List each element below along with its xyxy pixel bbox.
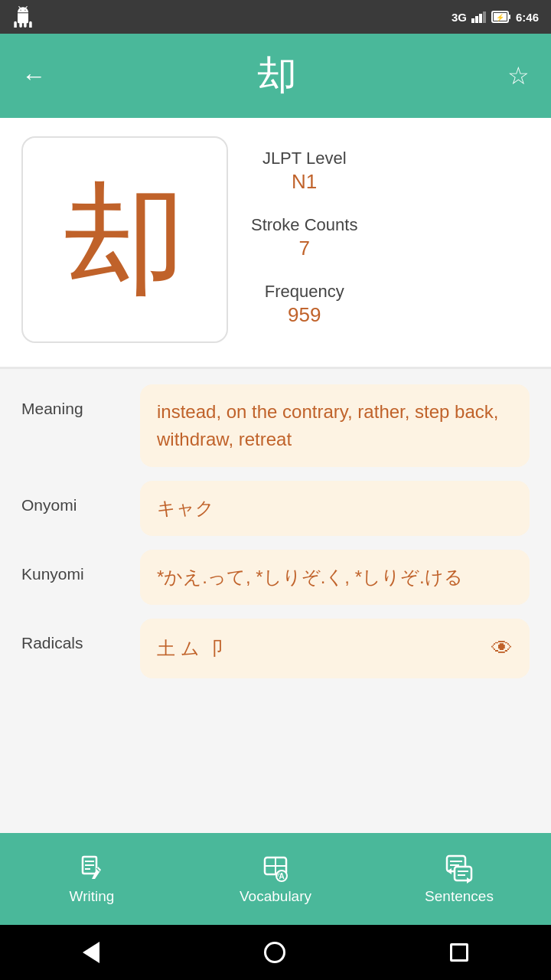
radicals-value: 土 ム 卩 — [157, 635, 223, 662]
nav-item-writing[interactable]: Writing — [0, 853, 184, 905]
radicals-row: Radicals 土 ム 卩 👁 — [21, 619, 530, 678]
kanji-title: 却 — [257, 49, 297, 103]
home-nav-button[interactable] — [264, 942, 285, 963]
meaning-value: instead, on the contrary, rather, step b… — [140, 384, 530, 467]
svg-text:あ: あ — [276, 871, 282, 877]
main-content: 却 JLPT Level N1 Stroke Counts 7 Frequenc… — [0, 118, 551, 833]
svg-rect-1 — [475, 16, 478, 23]
svg-rect-2 — [479, 14, 482, 23]
status-bar-right: 3G ⚡ 6:46 — [452, 11, 539, 24]
svg-rect-0 — [471, 18, 474, 23]
meaning-row: Meaning instead, on the contrary, rather… — [21, 384, 530, 467]
recent-nav-button[interactable] — [450, 943, 468, 962]
stroke-stat: Stroke Counts 7 — [251, 215, 357, 260]
writing-icon — [77, 853, 107, 884]
frequency-value: 959 — [251, 303, 357, 327]
vocabulary-icon: A あ — [260, 853, 291, 884]
onyomi-row: Onyomi キャク — [21, 481, 530, 536]
details-section: Meaning instead, on the contrary, rather… — [0, 369, 551, 833]
app-bar: ← 却 ☆ — [0, 34, 551, 118]
kanji-info-section: 却 JLPT Level N1 Stroke Counts 7 Frequenc… — [0, 118, 551, 367]
svg-rect-6 — [509, 15, 510, 19]
frequency-label: Frequency — [251, 282, 357, 302]
bookmark-button[interactable]: ☆ — [507, 61, 530, 90]
kanji-character-display: 却 — [64, 178, 186, 301]
svg-rect-3 — [483, 11, 486, 23]
vocabulary-nav-label: Vocabulary — [240, 888, 311, 905]
battery-icon: ⚡ — [491, 11, 511, 23]
kunyomi-value: *かえ.って, *しりぞ.く, *しりぞ.ける — [140, 550, 530, 605]
stroke-value: 7 — [251, 237, 357, 260]
status-bar-left — [12, 6, 34, 28]
time-display: 6:46 — [516, 11, 539, 24]
nav-item-vocabulary[interactable]: A あ Vocabulary — [184, 853, 367, 905]
radicals-value-box: 土 ム 卩 👁 — [140, 619, 530, 678]
svg-text:⚡: ⚡ — [495, 13, 504, 22]
status-bar: 3G ⚡ 6:46 — [0, 0, 551, 34]
radicals-label: Radicals — [21, 619, 140, 652]
sentences-nav-label: Sentences — [425, 888, 494, 905]
sentences-icon — [444, 853, 474, 884]
back-triangle-icon — [83, 942, 99, 963]
jlpt-stat: JLPT Level N1 — [251, 149, 357, 194]
home-circle-icon — [264, 942, 285, 963]
back-nav-button[interactable] — [83, 942, 99, 963]
kunyomi-row: Kunyomi *かえ.って, *しりぞ.く, *しりぞ.ける — [21, 550, 530, 605]
signal-icon — [471, 11, 487, 23]
stroke-label: Stroke Counts — [251, 215, 357, 235]
svg-rect-23 — [455, 867, 471, 880]
android-nav-bar — [0, 925, 551, 980]
jlpt-value: N1 — [251, 170, 357, 194]
meaning-label: Meaning — [21, 384, 140, 418]
writing-nav-label: Writing — [70, 888, 115, 905]
onyomi-label: Onyomi — [21, 481, 140, 514]
eye-icon[interactable]: 👁 — [491, 632, 513, 665]
network-indicator: 3G — [452, 11, 467, 24]
bottom-nav: Writing A あ Vocabulary Sentences — [0, 833, 551, 925]
recent-square-icon — [450, 943, 468, 962]
nav-item-sentences[interactable]: Sentences — [367, 853, 551, 905]
kanji-card: 却 — [21, 136, 228, 343]
android-icon — [12, 6, 34, 28]
jlpt-label: JLPT Level — [251, 149, 357, 168]
kunyomi-label: Kunyomi — [21, 550, 140, 583]
back-button[interactable]: ← — [21, 62, 46, 90]
kanji-stats: JLPT Level N1 Stroke Counts 7 Frequency … — [251, 136, 357, 348]
onyomi-value: キャク — [140, 481, 530, 536]
frequency-stat: Frequency 959 — [251, 282, 357, 327]
